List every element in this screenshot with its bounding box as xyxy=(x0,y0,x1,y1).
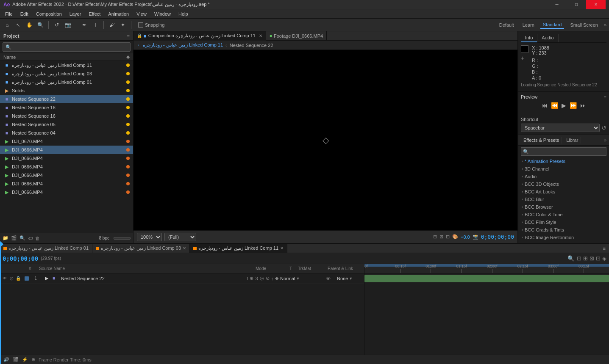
project-menu-icon[interactable]: ≡ xyxy=(127,33,130,39)
effects-tab-main[interactable]: Effects & Presets xyxy=(521,137,562,143)
viewer-btn2[interactable]: ⊠ xyxy=(439,234,443,240)
effects-group-5[interactable]: › BCC Blur xyxy=(518,196,609,203)
effects-group-0[interactable]: › * Animation Presets xyxy=(518,157,609,165)
ws-default[interactable]: Default xyxy=(497,22,517,28)
preview-menu[interactable]: ≡ xyxy=(604,94,606,99)
tl-btn1[interactable]: ⊡ xyxy=(577,255,581,262)
info-tab-info[interactable]: Info xyxy=(521,34,537,42)
search-bottom-icon[interactable]: 🔍 xyxy=(19,235,25,241)
status-icon3[interactable]: ⚡ xyxy=(22,357,28,362)
comp-tab[interactable]: 🔒 ■ Composition زمین عباس - رودبارچره Li… xyxy=(133,31,266,41)
project-item-14[interactable]: ▶ DJI_0666.MP4 xyxy=(0,171,133,179)
menu-item-animation[interactable]: Animation xyxy=(105,11,132,17)
close-button[interactable]: ✕ xyxy=(586,0,606,9)
delete-icon[interactable]: 🗑 xyxy=(35,236,40,241)
tl-timecode-display[interactable]: 0;00;00;00 xyxy=(3,255,38,262)
shortcut-reset-icon[interactable]: ↺ xyxy=(601,124,606,131)
tl-tab-comp03[interactable]: زمین عباس - رودبارچره Linked Comp 03 ✕ xyxy=(92,244,190,253)
playhead[interactable] xyxy=(0,244,1,364)
project-item-11[interactable]: ▶ DJI_0666.MP4 xyxy=(0,146,133,154)
layer-mode-dropdown[interactable]: Normal ▼ xyxy=(280,276,314,281)
prev-first-button[interactable]: ⏮ xyxy=(542,102,548,109)
menu-item-edit[interactable]: Edit xyxy=(17,11,32,17)
tl-btn3[interactable]: ⊠ xyxy=(590,255,594,262)
camera-tool[interactable]: 📷 xyxy=(63,20,72,30)
layer-parent-pick[interactable]: ↑ xyxy=(271,276,274,281)
effects-group-6[interactable]: › BCC Browser xyxy=(518,203,609,211)
new-folder-icon[interactable]: 📁 xyxy=(3,235,8,241)
project-item-13[interactable]: ▶ DJI_0666.MP4 xyxy=(0,163,133,171)
tl-tab-close2[interactable]: ✕ xyxy=(183,246,186,251)
viewer-camera-icon[interactable]: 📸 xyxy=(473,234,478,240)
tl-btn4[interactable]: ⊡ xyxy=(596,255,601,262)
project-item-12[interactable]: ▶ DJI_0666.MP4 xyxy=(0,154,133,163)
quality-select[interactable]: (Full)(Half)(Quarter) xyxy=(164,233,196,241)
effects-search-input[interactable] xyxy=(529,149,604,154)
viewer-btn1[interactable]: ⊞ xyxy=(433,234,437,240)
project-item-3[interactable]: ■ زمین عباس - رودبارچره Linked Comp 01 xyxy=(0,78,133,86)
menu-item-view[interactable]: View xyxy=(133,11,150,17)
pen-tool[interactable]: ✒ xyxy=(80,20,89,30)
viewer-btn3[interactable]: ⊡ xyxy=(446,234,450,240)
footage-tab[interactable]: ■ Footage DJI_0666.MP4 xyxy=(266,31,327,41)
new-comp-icon[interactable]: 🎬 xyxy=(11,235,17,241)
tl-btn2[interactable]: ⊞ xyxy=(583,255,588,262)
effects-group-1[interactable]: › 3D Channel xyxy=(518,165,609,173)
layer-eye-icon[interactable]: 👁 xyxy=(2,276,8,281)
ws-smallscreen[interactable]: Small Screen xyxy=(567,22,600,28)
layer-keyframe[interactable]: ◆ xyxy=(275,276,278,281)
prev-play-button[interactable]: ▶ xyxy=(562,102,566,109)
layer-expand-icon[interactable]: ▶ xyxy=(42,276,51,281)
layer-blend-icon[interactable]: ⊕ xyxy=(250,276,253,281)
zoom-select[interactable]: 100%50%25%200% xyxy=(137,233,162,241)
minimize-button[interactable]: ─ xyxy=(547,0,567,9)
ws-overflow[interactable]: » xyxy=(604,22,606,28)
layer-solo-icon[interactable]: ◎ xyxy=(8,276,14,281)
status-icon1[interactable]: 🔊 xyxy=(3,357,9,362)
clone-tool[interactable]: ✦ xyxy=(118,20,128,30)
status-icon4[interactable]: ⊕ xyxy=(31,357,35,362)
effects-group-3[interactable]: › BCC 3D Objects xyxy=(518,180,609,188)
project-item-9[interactable]: ■ Nested Sequence 04 xyxy=(0,129,133,137)
menu-item-file[interactable]: File xyxy=(2,11,16,17)
menu-item-layer[interactable]: Layer xyxy=(66,11,85,17)
menu-item-help[interactable]: Help xyxy=(175,11,192,17)
zoom-tool[interactable]: 🔍 xyxy=(36,20,45,30)
tl-btn5[interactable]: ◈ xyxy=(602,255,606,262)
viewer-color[interactable]: 🎨 xyxy=(452,234,458,240)
tl-tab-comp01[interactable]: زمین عباس - رودبارچره Linked Comp 01 xyxy=(0,244,92,253)
prev-last-button[interactable]: ⏭ xyxy=(580,102,586,109)
status-icon2[interactable]: 🎬 xyxy=(13,357,19,362)
brush-tool[interactable]: 🖌 xyxy=(107,20,117,30)
snap-checkbox[interactable] xyxy=(138,22,143,28)
tl-search-icon[interactable]: 🔍 xyxy=(567,255,574,262)
effects-group-2[interactable]: › Audio xyxy=(518,173,609,180)
project-item-5[interactable]: ■ Nested Sequence 22 xyxy=(0,95,133,103)
effects-group-9[interactable]: › BCC Grads & Tints xyxy=(518,226,609,234)
prev-forward-button[interactable]: ⏩ xyxy=(570,102,577,109)
hand-tool[interactable]: ✋ xyxy=(25,20,34,30)
comp-tab-close[interactable]: ✕ xyxy=(259,33,262,38)
effects-group-8[interactable]: › BCC Film Style xyxy=(518,218,609,226)
comp-nav-back[interactable]: ← زمین عباس - رودبارچره Linked Comp 11 xyxy=(137,42,223,48)
project-item-2[interactable]: ■ زمین عباس - رودبارچره Linked Comp 03 xyxy=(0,69,133,78)
info-tab-audio[interactable]: Audio xyxy=(537,34,558,42)
project-item-8[interactable]: ■ Nested Sequence 05 xyxy=(0,120,133,129)
effects-overflow[interactable]: » xyxy=(604,138,606,143)
layer-trkmat-dropdown[interactable]: None ▼ xyxy=(337,276,362,281)
shortcut-select[interactable]: SpacebarEnterShift+Space xyxy=(521,124,600,132)
menu-item-effect[interactable]: Effect xyxy=(85,11,104,17)
prev-back-button[interactable]: ⏪ xyxy=(551,102,558,109)
project-item-10[interactable]: ▶ DJI_0670.MP4 xyxy=(0,137,133,146)
snapping-toggle[interactable]: Snapping xyxy=(135,22,168,28)
track-bar-green[interactable] xyxy=(364,275,609,282)
project-item-15[interactable]: ▶ DJI_0666.MP4 xyxy=(0,179,133,188)
layer-fx-icon[interactable]: f xyxy=(247,276,248,281)
tl-menu-icon[interactable]: ≡ xyxy=(600,246,609,251)
effects-group-4[interactable]: › BCC Art Looks xyxy=(518,188,609,196)
select-tool[interactable]: ↖ xyxy=(14,20,23,30)
ws-learn[interactable]: Learn xyxy=(520,22,537,28)
layer-3d-icon[interactable]: 3 xyxy=(255,276,258,281)
project-search-input[interactable] xyxy=(11,44,128,50)
rotate-tool[interactable]: ↺ xyxy=(52,20,61,30)
